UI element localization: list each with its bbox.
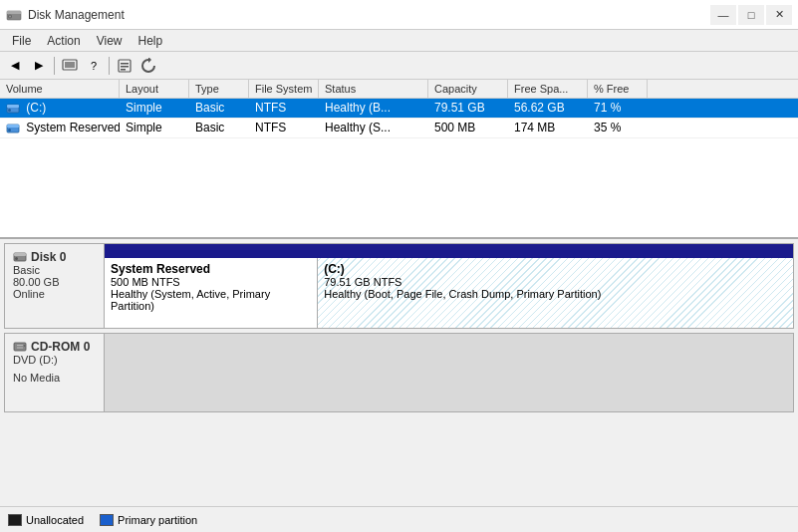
partition-sysreserved-name: System Reserved <box>111 262 311 276</box>
volume-row-sysreserved[interactable]: System Reserved Simple Basic NTFS Health… <box>0 119 798 138</box>
svg-rect-1 <box>7 11 21 14</box>
cell-status-c: Healthy (B... <box>319 99 428 117</box>
partition-c-desc: Healthy (Boot, Page File, Crash Dump, Pr… <box>324 288 787 300</box>
svg-point-15 <box>8 129 11 132</box>
header-pctfree[interactable]: % Free <box>588 80 648 98</box>
title-bar-controls: — □ ✕ <box>710 5 792 25</box>
cdrom0-partitions <box>105 334 793 411</box>
svg-rect-17 <box>14 253 26 256</box>
volume-row-c[interactable]: (C:) Simple Basic NTFS Healthy (B... 79.… <box>0 99 798 119</box>
drive-icon-c <box>6 102 20 116</box>
disk0-icon <box>13 250 27 264</box>
disk0-size: 80.00 GB <box>13 276 96 288</box>
legend-unallocated-label: Unallocated <box>26 514 84 526</box>
header-capacity[interactable]: Capacity <box>428 80 508 98</box>
disk0-header-bar <box>105 244 793 258</box>
menu-view[interactable]: View <box>89 32 131 50</box>
main-content: Volume Layout Type File System Status Ca… <box>0 80 798 532</box>
svg-point-18 <box>15 257 18 260</box>
cell-capacity-c: 79.51 GB <box>428 99 508 117</box>
title-bar: Disk Management — □ ✕ <box>0 0 798 30</box>
cdrom0-status: No Media <box>13 372 96 384</box>
cell-pctfree-c: 71 % <box>588 99 648 117</box>
refresh-button[interactable] <box>137 55 159 77</box>
cell-fs-c: NTFS <box>249 99 319 117</box>
disk0-status: Online <box>13 288 96 300</box>
disk-row-cdrom0: CD-ROM 0 DVD (D:) No Media <box>4 333 794 412</box>
cell-freespace-sysreserved: 174 MB <box>508 119 588 136</box>
disk-label-cdrom0: CD-ROM 0 DVD (D:) No Media <box>5 334 105 411</box>
back-button[interactable]: ◀ <box>4 55 26 77</box>
svg-rect-21 <box>17 348 23 349</box>
cell-status-sysreserved: Healthy (S... <box>319 119 428 136</box>
partition-system-reserved[interactable]: System Reserved 500 MB NTFS Healthy (Sys… <box>105 258 318 328</box>
partition-sysreserved-size: 500 MB NTFS <box>111 276 311 288</box>
cdrom0-icon <box>13 340 27 354</box>
cell-volume-sysreserved: System Reserved <box>0 119 120 137</box>
title-text: Disk Management <box>28 8 125 22</box>
disk-management-icon <box>6 7 22 23</box>
svg-rect-8 <box>121 66 129 68</box>
toolbar-separator-2 <box>109 57 110 75</box>
disk0-partitions: System Reserved 500 MB NTFS Healthy (Sys… <box>105 244 793 328</box>
svg-point-22 <box>24 345 26 347</box>
partition-sysreserved-desc: Healthy (System, Active, Primary Partiti… <box>111 288 311 312</box>
cell-volume-c: (C:) <box>0 99 120 118</box>
svg-rect-11 <box>7 105 19 108</box>
legend-primary-box <box>100 514 114 526</box>
menu-file[interactable]: File <box>4 32 39 50</box>
svg-rect-7 <box>121 63 129 65</box>
svg-rect-19 <box>14 343 26 351</box>
properties-button[interactable] <box>114 55 135 77</box>
cdrom0-type: DVD (D:) <box>13 354 96 366</box>
disk0-name: Disk 0 <box>31 250 66 264</box>
help-button[interactable]: ? <box>83 55 105 77</box>
close-button[interactable]: ✕ <box>766 5 792 25</box>
cell-fs-sysreserved: NTFS <box>249 119 319 136</box>
restore-button[interactable]: □ <box>738 5 764 25</box>
header-volume[interactable]: Volume <box>0 80 120 98</box>
header-layout[interactable]: Layout <box>120 80 189 98</box>
forward-button[interactable]: ▶ <box>28 55 50 77</box>
cell-freespace-c: 56.62 GB <box>508 99 588 117</box>
cdrom0-name: CD-ROM 0 <box>31 340 90 354</box>
disk0-partitions-row: System Reserved 500 MB NTFS Healthy (Sys… <box>105 258 793 328</box>
title-bar-left: Disk Management <box>6 7 125 23</box>
minimize-button[interactable]: — <box>710 5 736 25</box>
header-freespace[interactable]: Free Spa... <box>508 80 588 98</box>
cell-pctfree-sysreserved: 35 % <box>588 119 648 136</box>
svg-rect-14 <box>7 125 19 128</box>
cell-layout-c: Simple <box>120 99 189 117</box>
partition-c-name: (C:) <box>324 262 787 276</box>
cell-type-sysreserved: Basic <box>189 119 249 136</box>
cell-layout-sysreserved: Simple <box>120 119 189 136</box>
disk-label-0: Disk 0 Basic 80.00 GB Online <box>5 244 105 328</box>
svg-point-3 <box>9 15 11 17</box>
legend-bar: Unallocated Primary partition <box>0 506 798 532</box>
toolbar: ◀ ▶ ? <box>0 52 798 80</box>
svg-point-12 <box>8 109 11 112</box>
disk-map: Disk 0 Basic 80.00 GB Online System Rese… <box>0 239 798 506</box>
menu-help[interactable]: Help <box>131 32 171 50</box>
svg-rect-9 <box>121 69 126 71</box>
drive-icon-sysreserved <box>6 122 20 135</box>
header-type[interactable]: Type <box>189 80 249 98</box>
partition-c-size: 79.51 GB NTFS <box>324 276 787 288</box>
svg-rect-20 <box>17 345 23 346</box>
legend-primary-label: Primary partition <box>118 514 197 526</box>
volume-list: Volume Layout Type File System Status Ca… <box>0 80 798 239</box>
header-status[interactable]: Status <box>319 80 428 98</box>
cell-type-c: Basic <box>189 99 249 117</box>
disk0-type: Basic <box>13 264 96 276</box>
console-button[interactable] <box>59 55 81 77</box>
header-filesystem[interactable]: File System <box>249 80 319 98</box>
partition-c[interactable]: (C:) 79.51 GB NTFS Healthy (Boot, Page F… <box>318 258 793 328</box>
svg-rect-5 <box>65 62 75 68</box>
toolbar-separator-1 <box>54 57 55 75</box>
volume-table-header: Volume Layout Type File System Status Ca… <box>0 80 798 99</box>
menu-bar: File Action View Help <box>0 30 798 52</box>
disk-row-0: Disk 0 Basic 80.00 GB Online System Rese… <box>4 243 794 329</box>
menu-action[interactable]: Action <box>39 32 88 50</box>
legend-unallocated-box <box>8 514 22 526</box>
legend-primary: Primary partition <box>100 514 197 526</box>
